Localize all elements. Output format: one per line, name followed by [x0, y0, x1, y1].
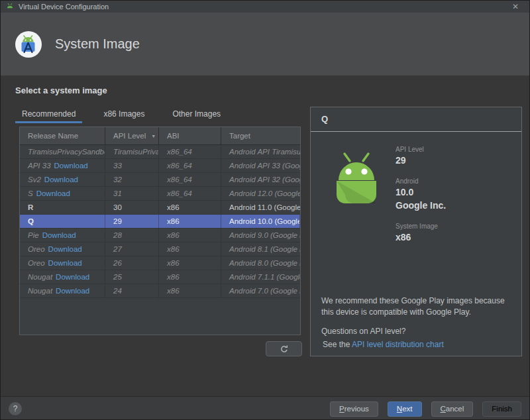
button-label: Cancel [441, 405, 464, 413]
download-link[interactable]: Download [48, 259, 82, 267]
detail-field-android: Android10.0Google Inc. [396, 178, 446, 213]
cancel-button[interactable]: Cancel [431, 401, 474, 417]
section-heading: Select a system image [15, 85, 107, 95]
table-row-q-api-29[interactable]: Q29x86Android 10.0 (Google Play) [20, 215, 300, 229]
api-level-cell: TiramisuPrivacySandbox [105, 145, 159, 158]
footer-bar: ? PreviousNextCancelFinish [1, 396, 529, 420]
abi-cell: x86_64 [159, 173, 221, 186]
release-name: Oreo [28, 245, 45, 253]
release-name: Nougat [28, 287, 52, 295]
abi-cell: x86_64 [159, 145, 221, 158]
wizard-header: System Image [1, 13, 529, 76]
field-value: x86 [396, 232, 446, 242]
panel-divider [311, 131, 521, 132]
selected-image-name: Q [321, 114, 328, 124]
target-cell: Android 8.1 (Google Play) [221, 242, 300, 256]
api-level-cell: 26 [105, 256, 159, 270]
table-row-tiramisuprivacysandbox-api-tiramisuprivacysandbox[interactable]: TiramisuPrivacySandboxTiramisuPrivacySan… [20, 145, 300, 159]
release-name: Pie [28, 231, 39, 239]
window-title: Virtual Device Configuration [19, 3, 507, 11]
virtual-device-configuration-dialog: Virtual Device Configuration ✕ System Im… [0, 0, 530, 420]
release-name: Oreo [28, 259, 45, 267]
abi-cell: x86 [159, 256, 221, 270]
detail-fields: API Level29Android10.0Google Inc.System … [396, 146, 446, 254]
api-level-cell: 33 [105, 159, 159, 172]
finish-button: Finish [482, 401, 521, 417]
tabs: Recommendedx86 ImagesOther Images [15, 107, 242, 123]
download-link[interactable]: Download [42, 231, 76, 239]
abi-cell: x86 [159, 215, 221, 228]
android-robot-image [331, 150, 382, 208]
button-label: Finish [492, 405, 512, 413]
table-row-r-api-30[interactable]: R30x86Android 11.0 (Google Play) [20, 201, 300, 215]
column-label: ABI [167, 132, 180, 140]
column-header-target[interactable]: Target [221, 127, 300, 144]
refresh-icon [280, 344, 289, 354]
abi-cell: x86 [159, 284, 221, 297]
table-row-nougat-api-25[interactable]: NougatDownload25x86Android 7.1.1 (Google… [20, 270, 300, 284]
field-value: 10.0 [396, 187, 446, 197]
button-label: Next [397, 405, 413, 413]
table-row-s-api-31[interactable]: SDownload31x86_64Android 12.0 (Google Pl… [20, 187, 300, 201]
column-header-release-name[interactable]: Release Name [20, 127, 105, 144]
close-icon[interactable]: ✕ [507, 2, 524, 11]
column-label: Target [229, 132, 250, 140]
recommendation-text: We recommend these Google Play images be… [321, 295, 516, 319]
table-row-sv2-api-32[interactable]: Sv2Download32x86_64Android API 32 (Googl… [20, 173, 300, 187]
column-header-api-level[interactable]: API Level▼ [105, 127, 159, 144]
target-cell: Android 8.0 (Google Play) [221, 256, 300, 270]
target-cell: Android 9.0 (Google Play) [221, 229, 300, 242]
target-cell: Android 7.0 (Google Play) [221, 284, 300, 297]
refresh-button[interactable] [266, 341, 302, 356]
release-name: Q [28, 217, 34, 225]
detail-field-api-level: API Level29 [396, 146, 446, 168]
field-label: System Image [396, 223, 446, 230]
table-row-oreo-api-26[interactable]: OreoDownload26x86Android 8.0 (Google Pla… [20, 256, 300, 270]
target-cell: Android 11.0 (Google Play) [221, 201, 300, 214]
target-cell: Android API TiramisuPrivacySandbox [221, 145, 300, 158]
detail-field-system-image: System Imagex86 [396, 223, 446, 245]
api-level-cell: 32 [105, 173, 159, 186]
sort-desc-icon: ▼ [151, 134, 156, 138]
target-cell: Android 12.0 (Google Play) [221, 187, 300, 200]
table-row-pie-api-28[interactable]: PieDownload28x86Android 9.0 (Google Play… [20, 229, 300, 242]
table-header-row: Release NameAPI Level▼ABITarget [20, 127, 300, 145]
column-header-abi[interactable]: ABI [159, 127, 221, 144]
download-link[interactable]: Download [44, 176, 78, 184]
download-link[interactable]: Download [54, 162, 88, 170]
field-label: API Level [396, 146, 446, 153]
release-name: R [28, 203, 33, 211]
api-level-cell: 24 [105, 284, 159, 297]
release-name: Sv2 [28, 176, 41, 184]
target-cell: Android API 33 (Google Play) [221, 159, 300, 172]
tab-recommended[interactable]: Recommended [15, 107, 82, 123]
next-button[interactable]: Next [388, 401, 422, 417]
field-label: Android [396, 178, 446, 185]
help-button[interactable]: ? [9, 402, 22, 415]
target-cell: Android 7.1.1 (Google Play) [221, 270, 300, 284]
api-level-cell: 31 [105, 187, 159, 200]
download-link[interactable]: Download [36, 189, 70, 197]
release-name: API 33 [28, 162, 51, 170]
field-extra: Google Inc. [396, 200, 446, 211]
abi-cell: x86 [159, 229, 221, 242]
table-row-nougat-api-24[interactable]: NougatDownload24x86Android 7.0 (Google P… [20, 284, 300, 298]
abi-cell: x86_64 [159, 159, 221, 172]
tab-other-images[interactable]: Other Images [166, 107, 227, 123]
release-name: Nougat [28, 273, 52, 281]
download-link[interactable]: Download [48, 245, 82, 253]
api-level-cell: 29 [105, 215, 159, 228]
see-line: See the API level distribution chart [323, 340, 444, 349]
tab-x86-images[interactable]: x86 Images [97, 107, 151, 123]
abi-cell: x86 [159, 242, 221, 256]
table-row-oreo-api-27[interactable]: OreoDownload27x86Android 8.1 (Google Pla… [20, 242, 300, 256]
android-studio-logo-icon [15, 31, 42, 58]
titlebar: Virtual Device Configuration ✕ [1, 1, 529, 13]
download-link[interactable]: Download [56, 287, 89, 295]
api-distribution-link[interactable]: API level distribution chart [352, 340, 444, 349]
previous-button[interactable]: Previous [330, 401, 378, 417]
api-level-cell: 27 [105, 242, 159, 256]
page-title: System Image [55, 36, 140, 52]
download-link[interactable]: Download [56, 273, 89, 281]
table-row-api-33-api-33[interactable]: API 33Download33x86_64Android API 33 (Go… [20, 159, 300, 173]
